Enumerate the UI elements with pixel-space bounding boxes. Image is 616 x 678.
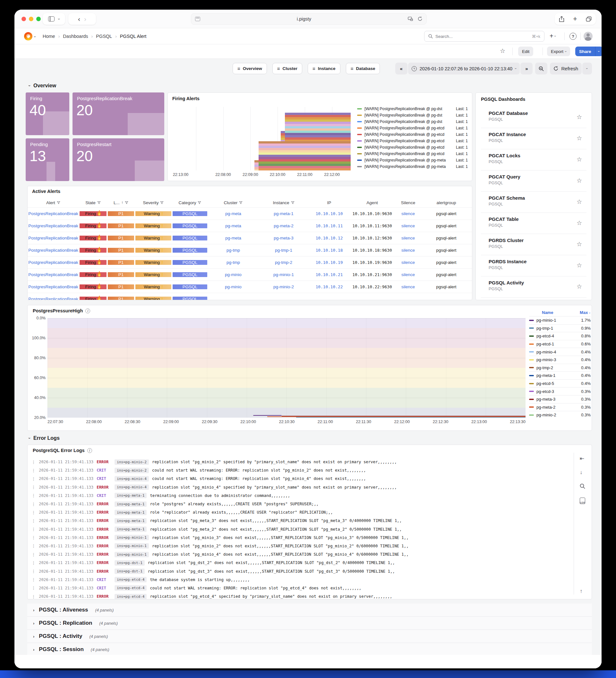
silence-link[interactable] — [395, 293, 421, 300]
dashboard-list-item[interactable]: PGCAT Instance PGSQL ☆ — [481, 128, 586, 149]
star-icon[interactable]: ☆ — [577, 177, 582, 184]
add-menu-button[interactable]: +› — [549, 32, 556, 40]
stat-pending[interactable]: Pending13 — [26, 138, 69, 181]
row-menu-icon[interactable]: ⋮ — [32, 577, 36, 582]
silence-link[interactable]: silence — [395, 244, 421, 256]
instance-link[interactable]: pg-tmp-1 — [258, 244, 309, 256]
silence-link[interactable]: silence — [395, 232, 421, 244]
breadcrumb-dashboards[interactable]: Dashboards — [63, 34, 88, 39]
col-alert[interactable]: Alert — [28, 200, 79, 205]
dashboard-list-item[interactable]: PGCAT Locks PGSQL ☆ — [481, 149, 586, 171]
ip-link[interactable] — [309, 293, 350, 300]
sidebar-toggle[interactable]: › — [43, 13, 65, 25]
legend-item[interactable]: [WARN] PostgresReplicationBreak @ pg-etc… — [357, 144, 468, 151]
section-overview[interactable]: › Overview — [29, 83, 56, 88]
row-menu-icon[interactable]: ⋮ — [32, 493, 36, 498]
zoom-window-button[interactable] — [36, 17, 41, 21]
instance-link[interactable]: pg-meta-2 — [258, 220, 309, 232]
cluster-link[interactable]: pg-meta — [208, 208, 258, 220]
search-input[interactable]: Search... ⌘+k — [424, 31, 544, 42]
panel-title[interactable]: Firing Alerts — [172, 96, 200, 101]
col-silence[interactable]: Silence — [395, 200, 421, 205]
address-bar[interactable]: i.pigsty — [191, 13, 427, 25]
dashboard-list-item[interactable]: PGRDS Cluster PGSQL ☆ — [481, 234, 586, 255]
dashboard-name[interactable]: PGCAT Instance — [489, 131, 583, 137]
alert-link[interactable]: PostgresReplicationBreak — [28, 281, 79, 293]
edit-button[interactable]: Edit — [518, 46, 533, 56]
legend-item[interactable]: [WARN] PostgresReplicationBreak @ pg-dst… — [357, 106, 468, 112]
dashboard-link-tab[interactable]: ≡ Database — [346, 63, 380, 74]
log-row[interactable]: ⋮ 2026-01-11 21:59:41.133 CRIT ins=pg-mi… — [32, 475, 569, 483]
log-row[interactable]: ⋮ 2026-01-11 21:59:41.133 CRIT ins=pg-mi… — [32, 466, 569, 475]
col-alertgroup[interactable]: alertgroup — [421, 200, 471, 205]
cluster-link[interactable]: pg-tmp — [208, 244, 258, 256]
new-tab-button[interactable]: + — [573, 15, 577, 23]
refresh-interval-dropdown[interactable]: › — [582, 63, 592, 74]
col-level[interactable]: L...↑ — [107, 200, 135, 205]
dashboard-list-item[interactable]: PGCAT Database PGSQL ☆ — [481, 107, 586, 128]
legend-item[interactable]: [WARN] PostgresReplicationBreak @ pg-met… — [357, 163, 468, 170]
log-row[interactable]: ⋮ 2026-01-11 21:59:41.133 ERROR ins=pg-m… — [32, 483, 569, 491]
log-row[interactable]: ⋮ 2026-01-11 21:59:41.133 CRIT ins=pg-et… — [32, 584, 569, 592]
share-dropdown-button[interactable]: › — [595, 46, 602, 56]
legend-item[interactable]: [WARN] PostgresReplicationBreak @ pg-etc… — [357, 138, 468, 144]
collapsed-section-row[interactable]: › PGSQL : Activity (4 panels) — [27, 630, 592, 643]
favorite-star-icon[interactable]: ☆ — [500, 47, 505, 54]
info-icon[interactable]: i — [87, 448, 92, 453]
legend-item[interactable]: pg-tmp-1 0.9% — [529, 324, 591, 332]
log-row[interactable]: ⋮ 2026-01-11 21:59:41.133 ERROR ins=pg-m… — [32, 500, 569, 508]
dashboard-name[interactable]: PGCAT Table — [489, 216, 583, 222]
legend-item[interactable]: pg-etcd-4 0.8% — [529, 332, 591, 340]
breadcrumb-home[interactable]: Home — [43, 34, 55, 39]
legend-item[interactable]: pg-meta-1 0.4% — [529, 371, 591, 379]
log-row[interactable]: ⋮ 2026-01-11 21:59:41.133 ERROR ins=pg-m… — [32, 517, 569, 525]
search-logs-icon[interactable] — [580, 484, 585, 489]
row-menu-icon[interactable]: ⋮ — [32, 569, 36, 574]
ip-link[interactable]: 10.10.10.11 — [309, 220, 350, 232]
info-icon[interactable]: i — [85, 308, 90, 313]
row-menu-icon[interactable]: ⋮ — [32, 502, 36, 506]
close-window-button[interactable] — [22, 17, 26, 21]
log-row[interactable]: ⋮ 2026-01-11 21:59:41.133 ERROR ins=pg-m… — [32, 525, 569, 533]
collapsed-section-row[interactable]: › PGSQL : Replication (4 panels) — [27, 617, 592, 630]
star-icon[interactable]: ☆ — [577, 240, 582, 248]
legend-item[interactable]: [WARN] PostgresReplicationBreak @ pg-etc… — [357, 125, 468, 131]
row-menu-icon[interactable]: ⋮ — [32, 535, 36, 540]
row-menu-icon[interactable]: ⋮ — [32, 552, 36, 557]
row-menu-icon[interactable]: ⋮ — [32, 468, 36, 473]
col-category[interactable]: Category — [172, 200, 208, 205]
legend-item[interactable]: pg-etcd-5 0.4% — [529, 379, 591, 387]
panel-title[interactable]: PGSQL Dashboards — [481, 97, 525, 102]
ip-link[interactable]: 10.10.10.22 — [309, 281, 350, 293]
row-menu-icon[interactable]: ⋮ — [32, 485, 36, 490]
log-row[interactable]: ⋮ 2026-01-11 21:59:41.133 ERROR ins=pg-m… — [32, 458, 569, 466]
stat-postgres-restart[interactable]: PostgresRestart20 — [73, 138, 164, 181]
time-range-picker[interactable]: 2026-01-10 22:07:26 to 2026-01-10 22:13:… — [408, 63, 520, 74]
star-icon[interactable]: ☆ — [577, 262, 582, 269]
reload-icon[interactable] — [418, 16, 422, 22]
refresh-button[interactable]: Refresh — [550, 63, 582, 74]
row-menu-icon[interactable]: ⋮ — [32, 460, 36, 464]
row-menu-icon[interactable]: ⋮ — [32, 510, 36, 515]
col-cluster[interactable]: Cluster — [208, 200, 258, 205]
avatar[interactable] — [584, 32, 592, 41]
translate-icon[interactable] — [408, 17, 413, 22]
cluster-link[interactable]: pg-meta — [208, 232, 258, 244]
back-button[interactable]: ‹ — [78, 15, 80, 23]
legend-sort-max[interactable]: Max › — [580, 310, 590, 315]
star-icon[interactable]: ☆ — [577, 283, 582, 290]
log-row[interactable]: ⋮ 2026-01-11 21:59:41.133 ERROR ins=pg-m… — [32, 533, 569, 542]
col-instance[interactable]: Instance — [258, 200, 309, 205]
collapsed-section-row[interactable]: › PGSQL : Session (4 panels) — [27, 643, 592, 656]
row-menu-icon[interactable]: ⋮ — [32, 527, 36, 532]
instance-link[interactable]: pg-minio-2 — [258, 281, 309, 293]
firing-alerts-chart[interactable] — [180, 107, 351, 171]
col-agent[interactable]: Agent — [350, 200, 395, 205]
instance-link[interactable]: pg-meta-3 — [258, 232, 309, 244]
cluster-link[interactable]: pg-meta — [208, 220, 258, 232]
alert-link[interactable]: PostgresReplicationBreak — [28, 208, 79, 220]
dashboard-name[interactable]: PGCAT Schema — [489, 195, 583, 201]
legend-item[interactable]: [WARN] PostgresReplicationBreak @ pg-etc… — [357, 131, 468, 138]
cluster-link[interactable]: pg-minio — [208, 281, 258, 293]
row-menu-icon[interactable]: ⋮ — [32, 477, 36, 481]
